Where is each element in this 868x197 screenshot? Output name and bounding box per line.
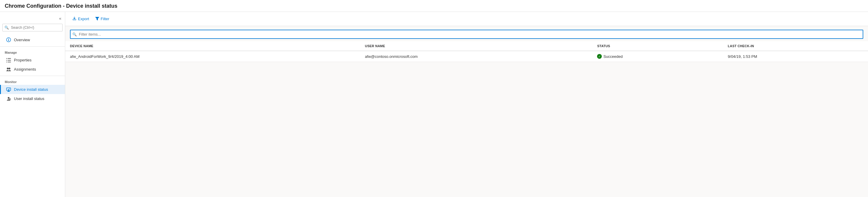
filter-bar: 🔍 — [65, 26, 868, 41]
svg-rect-13 — [7, 91, 10, 92]
col-device-name: DEVICE NAME — [65, 41, 360, 51]
svg-rect-5 — [6, 62, 11, 62]
filter-search-icon: 🔍 — [72, 32, 77, 36]
sidebar-item-assignments-label: Assignments — [14, 67, 36, 72]
manage-section-label: Manage — [0, 48, 65, 55]
svg-rect-3 — [6, 58, 11, 59]
sidebar-item-properties-label: Properties — [14, 58, 31, 62]
data-table: DEVICE NAME USER NAME STATUS LAST CHECK-… — [65, 41, 868, 62]
sidebar: « 🔍 Overview Manage — [0, 12, 65, 197]
sidebar-item-device-install-status[interactable]: Device install status — [0, 85, 65, 94]
sidebar-item-overview[interactable]: Overview — [0, 35, 65, 45]
sidebar-item-user-install-label: User install status — [14, 96, 44, 101]
filter-input[interactable] — [70, 30, 863, 39]
sidebar-search-input[interactable] — [2, 24, 63, 31]
status-text: Succeeded — [603, 54, 623, 59]
assignments-icon — [6, 67, 11, 72]
sidebar-divider-1 — [0, 46, 65, 47]
sidebar-item-assignments[interactable]: Assignments — [0, 65, 65, 74]
table-container: DEVICE NAME USER NAME STATUS LAST CHECK-… — [65, 41, 868, 62]
sidebar-search-container: 🔍 — [2, 24, 63, 31]
table-header: DEVICE NAME USER NAME STATUS LAST CHECK-… — [65, 41, 868, 51]
svg-point-10 — [9, 68, 10, 69]
sidebar-item-properties[interactable]: Properties — [0, 55, 65, 65]
col-status: STATUS — [592, 41, 723, 51]
svg-rect-7 — [7, 60, 8, 60]
search-wrapper: 🔍 — [2, 24, 63, 31]
main-content: Export Filter 🔍 — [65, 12, 868, 197]
toolbar: Export Filter — [65, 12, 868, 26]
col-user-name: USER NAME — [360, 41, 592, 51]
page-title: Chrome Configuration - Device install st… — [5, 3, 863, 9]
cell-last-checkin: 9/04/19, 1:53 PM — [723, 51, 868, 62]
search-icon: 🔍 — [4, 26, 9, 30]
info-icon — [6, 37, 11, 42]
status-success-wrapper: ✓ Succeeded — [597, 54, 718, 59]
export-button[interactable]: Export — [70, 15, 92, 23]
col-last-checkin: LAST CHECK-IN — [723, 41, 868, 51]
export-icon — [72, 16, 76, 21]
cell-status: ✓ Succeeded — [592, 51, 723, 62]
monitor-section-label: Monitor — [0, 78, 65, 85]
user-install-icon — [6, 97, 11, 101]
filter-label: Filter — [101, 17, 110, 21]
filter-wrapper: 🔍 — [70, 30, 863, 39]
export-label: Export — [78, 17, 89, 21]
table-header-row: DEVICE NAME USER NAME STATUS LAST CHECK-… — [65, 41, 868, 51]
sidebar-divider-2 — [0, 76, 65, 76]
svg-rect-8 — [7, 62, 8, 62]
page-header: Chrome Configuration - Device install st… — [0, 0, 868, 12]
properties-icon — [6, 58, 11, 62]
sidebar-item-overview-label: Overview — [14, 38, 30, 42]
svg-point-9 — [7, 68, 9, 69]
device-install-icon — [6, 87, 11, 92]
status-success-icon: ✓ — [597, 54, 602, 59]
table-body: afw_AndroidForWork_9/4/2019_4:00 AM afw@… — [65, 51, 868, 62]
sidebar-collapse[interactable]: « — [0, 14, 65, 24]
table-row: afw_AndroidForWork_9/4/2019_4:00 AM afw@… — [65, 51, 868, 62]
collapse-button[interactable]: « — [58, 16, 63, 21]
sidebar-item-device-install-label: Device install status — [14, 87, 48, 92]
svg-rect-4 — [6, 60, 11, 60]
svg-marker-16 — [95, 17, 99, 21]
filter-button[interactable]: Filter — [93, 15, 112, 23]
cell-user-name: afw@contoso.onmicrosoft.com — [360, 51, 592, 62]
filter-icon — [95, 17, 99, 21]
svg-rect-2 — [8, 38, 9, 39]
sidebar-item-user-install-status[interactable]: User install status — [0, 94, 65, 103]
svg-rect-6 — [7, 58, 8, 59]
main-layout: « 🔍 Overview Manage — [0, 12, 868, 197]
cell-device-name: afw_AndroidForWork_9/4/2019_4:00 AM — [65, 51, 360, 62]
svg-rect-1 — [8, 39, 9, 41]
svg-rect-12 — [8, 91, 9, 91]
